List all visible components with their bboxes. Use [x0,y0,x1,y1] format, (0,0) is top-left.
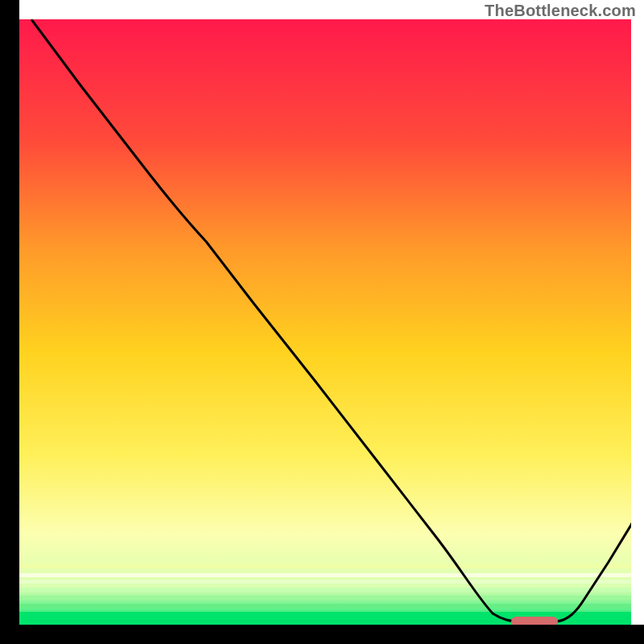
y-axis [0,0,19,644]
x-axis [0,625,644,644]
svg-rect-6 [19,604,631,608]
svg-rect-2 [19,573,631,577]
svg-rect-1 [19,564,631,568]
gradient-background [19,19,631,625]
svg-rect-3 [19,580,631,584]
chart-svg [0,0,644,644]
chart-stage: TheBottleneck.com [0,0,644,644]
svg-rect-5 [19,596,631,600]
svg-rect-4 [19,588,631,592]
